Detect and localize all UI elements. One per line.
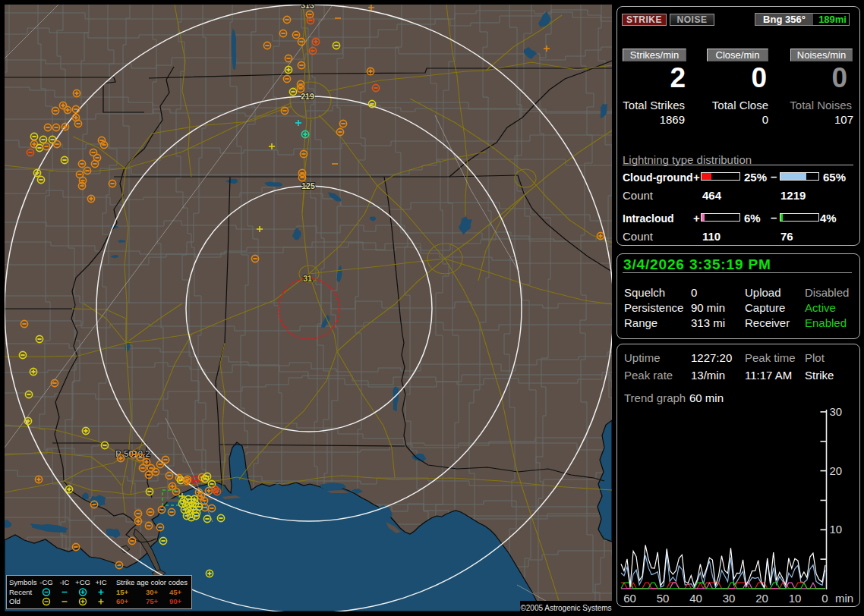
svg-text:+CG: +CG (75, 578, 90, 586)
svg-text:40: 40 (689, 592, 702, 605)
svg-text:-IC: -IC (60, 578, 70, 586)
svg-text:Symbols: Symbols (9, 578, 37, 586)
svg-text:31: 31 (303, 274, 312, 283)
svg-text:min: min (835, 592, 853, 605)
svg-text:20: 20 (755, 592, 768, 605)
svg-text:+IC: +IC (95, 578, 106, 586)
svg-text:45+: 45+ (169, 588, 182, 596)
svg-text:60+: 60+ (116, 597, 129, 605)
svg-text:30: 30 (830, 405, 843, 418)
svg-text:Recent: Recent (9, 588, 32, 596)
svg-text:30: 30 (723, 592, 736, 605)
svg-text:10: 10 (789, 592, 802, 605)
svg-text:75+: 75+ (146, 597, 159, 605)
svg-text:10: 10 (830, 523, 843, 536)
svg-text:20: 20 (830, 464, 843, 477)
svg-text:125: 125 (301, 181, 315, 190)
svg-text:Old: Old (9, 597, 20, 605)
svg-text:-CG: -CG (39, 578, 52, 586)
svg-text:219: 219 (301, 92, 314, 101)
svg-text:50: 50 (657, 592, 670, 605)
svg-text:0: 0 (821, 592, 828, 605)
svg-text:90+: 90+ (169, 597, 182, 605)
svg-text:60: 60 (623, 592, 636, 605)
svg-text:313: 313 (301, 5, 314, 10)
svg-text:15+: 15+ (116, 588, 129, 596)
svg-text:Strike age color codes: Strike age color codes (116, 578, 188, 586)
svg-text:30+: 30+ (146, 588, 159, 596)
